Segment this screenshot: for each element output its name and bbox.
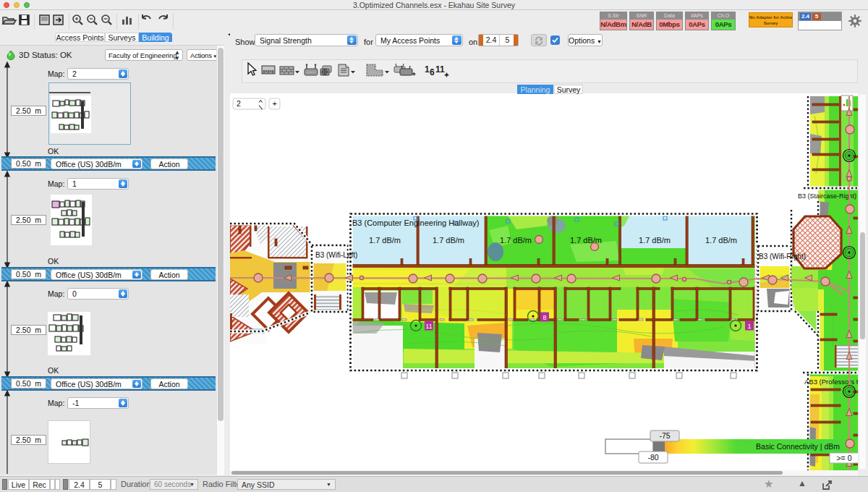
svg-text:11: 11	[425, 323, 432, 330]
svg-text:>= 0: >= 0	[836, 454, 851, 462]
svg-text:6: 6	[430, 67, 435, 77]
svg-text:8: 8	[542, 314, 546, 321]
svg-text:B3 (Computer Engineering Hallw: B3 (Computer Engineering Hallway)	[352, 219, 479, 227]
svg-text:2: 2	[237, 99, 241, 108]
svg-text:B3 (Wifi-Left): B3 (Wifi-Left)	[315, 251, 357, 259]
svg-text:1: 1	[425, 64, 430, 75]
svg-text:1: 1	[747, 323, 751, 330]
svg-text:B3 (Staircase-Right): B3 (Staircase-Right)	[798, 192, 856, 200]
svg-text:1.7 dB/m: 1.7 dB/m	[705, 236, 737, 245]
svg-text:-80: -80	[647, 453, 658, 462]
svg-text:1.7 dB/m: 1.7 dB/m	[369, 236, 401, 245]
svg-text:11: 11	[435, 64, 445, 75]
svg-text:Basic Connectivity | dBm: Basic Connectivity | dBm	[756, 442, 840, 451]
svg-text:1.7 dB/m: 1.7 dB/m	[433, 236, 464, 245]
svg-text:B3 (Wifi-Right): B3 (Wifi-Right)	[759, 253, 806, 260]
svg-text:+: +	[273, 99, 277, 108]
svg-text:1.7 dB/m: 1.7 dB/m	[639, 236, 671, 245]
svg-text:1.7 dB/m: 1.7 dB/m	[500, 236, 532, 245]
svg-text:-75: -75	[659, 431, 670, 440]
